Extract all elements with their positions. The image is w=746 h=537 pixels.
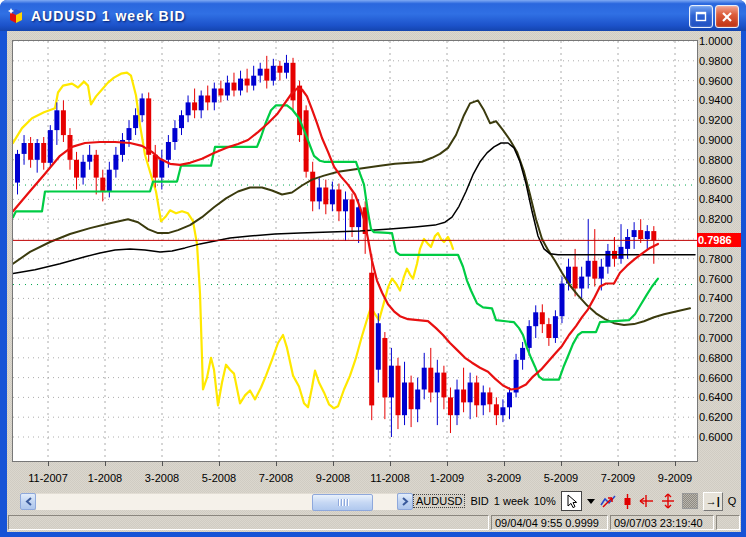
grid-pattern-icon[interactable] xyxy=(682,493,698,509)
candle xyxy=(533,312,538,326)
trendline-icon[interactable] xyxy=(600,493,617,509)
scroll-left-button[interactable] xyxy=(20,493,36,510)
candle xyxy=(232,83,237,91)
candlestick-icon[interactable] xyxy=(622,493,633,510)
candle xyxy=(35,143,40,160)
crosshair-left-icon[interactable] xyxy=(638,493,655,509)
time-axis[interactable]: 11-20071-20083-20085-20087-20089-200811-… xyxy=(12,461,698,487)
candle xyxy=(186,102,191,115)
scrollbar-thumb[interactable] xyxy=(312,494,373,511)
candle xyxy=(192,102,197,110)
price-axis-label: 0.7000 xyxy=(699,332,733,344)
close-button[interactable] xyxy=(715,5,739,28)
current-price-badge: 0.7986 xyxy=(697,233,741,247)
candle xyxy=(638,230,643,239)
time-axis-tick xyxy=(105,461,106,466)
candle xyxy=(402,383,407,416)
time-axis-tick xyxy=(333,461,334,466)
candle xyxy=(28,143,33,160)
time-axis-tick xyxy=(675,461,676,466)
time-axis-label: 1-2008 xyxy=(75,472,135,484)
price-axis-label: 0.7200 xyxy=(699,312,733,324)
candle xyxy=(61,110,66,135)
candle xyxy=(527,326,532,348)
candle xyxy=(415,390,420,410)
candle xyxy=(573,267,578,289)
candle xyxy=(448,397,453,415)
status-right-panel xyxy=(716,515,740,530)
candle xyxy=(15,154,20,183)
candle xyxy=(159,160,164,178)
time-axis-tick xyxy=(447,461,448,466)
time-axis-label: 7-2008 xyxy=(246,472,306,484)
status-time2-panel: 09/07/03 23:19:40 xyxy=(610,515,714,530)
candle xyxy=(520,348,525,360)
price-axis-label: 0.9600 xyxy=(699,75,733,87)
time-axis-label: 11-2007 xyxy=(18,472,78,484)
candle xyxy=(441,373,446,398)
time-axis-label: 9-2009 xyxy=(645,472,705,484)
candle xyxy=(632,230,637,237)
candle xyxy=(94,155,99,178)
candle xyxy=(199,96,204,111)
price-axis[interactable]: 1.00000.98000.96000.94000.92000.90000.88… xyxy=(697,41,741,465)
price-axis-label: 1.0000 xyxy=(699,35,733,47)
chart-scrollbar[interactable] xyxy=(20,493,413,510)
cursor-tool-icon[interactable] xyxy=(561,491,582,511)
candle xyxy=(461,390,466,403)
candle xyxy=(48,130,53,163)
candle xyxy=(619,247,624,259)
candle xyxy=(369,273,374,406)
price-axis-label: 0.9400 xyxy=(699,94,733,106)
restore-button[interactable] xyxy=(689,5,713,28)
candle xyxy=(284,63,289,73)
candle xyxy=(474,383,479,406)
period-label: 1 week xyxy=(494,495,529,507)
candle xyxy=(592,261,597,279)
time-axis-tick xyxy=(504,461,505,466)
time-axis-tick xyxy=(219,461,220,466)
candle xyxy=(41,143,46,163)
app-cube-icon xyxy=(7,7,25,25)
scroll-right-button[interactable] xyxy=(397,493,413,510)
symbol-label[interactable]: AUDUSD xyxy=(413,494,465,508)
candle xyxy=(343,199,348,211)
status-left-panel xyxy=(8,515,489,530)
price-axis-label: 0.9200 xyxy=(699,114,733,126)
candle xyxy=(586,261,591,277)
goto-end-glyph: →| xyxy=(706,495,720,507)
goto-end-icon[interactable]: →| xyxy=(703,492,723,511)
candle xyxy=(205,96,210,103)
candle xyxy=(251,76,256,86)
candle xyxy=(494,404,499,415)
candle xyxy=(107,170,112,192)
candle xyxy=(487,392,492,404)
candle xyxy=(140,98,145,115)
candle xyxy=(605,251,610,267)
candle xyxy=(81,162,86,178)
status-time1-panel: 09/04/04 9:55 0.9999 xyxy=(491,515,608,530)
time-axis-label: 5-2008 xyxy=(189,472,249,484)
window-client-area: 1.00000.98000.96000.94000.92000.90000.88… xyxy=(7,31,741,532)
candle xyxy=(258,69,263,76)
dropdown-caret-icon[interactable] xyxy=(587,499,595,504)
candle xyxy=(133,115,138,128)
scrollbar-track[interactable] xyxy=(36,493,397,510)
price-axis-label: 0.7600 xyxy=(699,273,733,285)
time-axis-tick xyxy=(561,461,562,466)
chart-plot-area[interactable] xyxy=(12,40,698,462)
time-axis-tick xyxy=(276,461,277,466)
green-ma xyxy=(13,105,658,379)
crosshair-updown-icon[interactable] xyxy=(660,493,677,509)
status-bar: 09/04/04 9:55 0.9999 09/07/03 23:19:40 xyxy=(8,515,740,532)
candle xyxy=(396,366,401,416)
title-bar[interactable]: AUDUSD 1 week BID xyxy=(0,0,746,31)
candle xyxy=(74,160,79,178)
candle xyxy=(225,83,230,96)
candle xyxy=(389,366,394,398)
price-axis-label: 0.6600 xyxy=(699,372,733,384)
candle xyxy=(500,407,505,415)
candle xyxy=(172,128,177,142)
price-axis-label: 0.6400 xyxy=(699,391,733,403)
candle xyxy=(546,324,551,338)
